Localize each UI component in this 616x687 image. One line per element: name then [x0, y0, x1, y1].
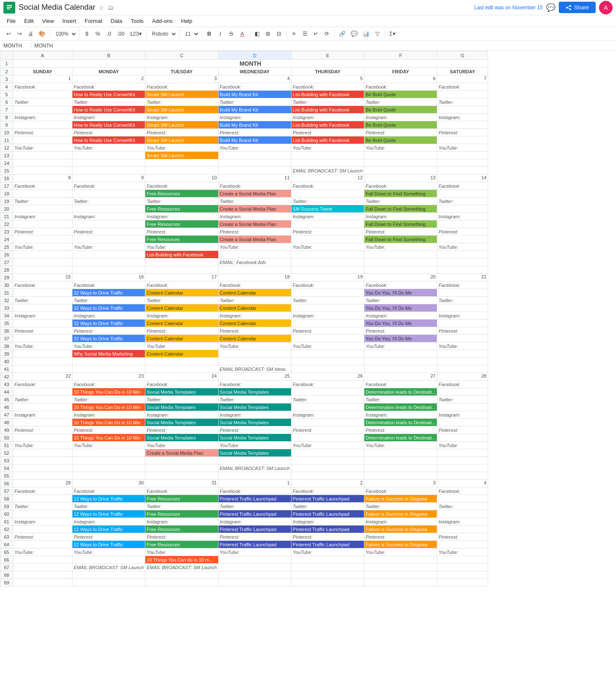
cell-69f[interactable] — [364, 579, 437, 587]
cell-53e[interactable] — [291, 457, 364, 464]
cell-65g[interactable]: YouTube: — [437, 548, 488, 556]
cell-68d[interactable] — [218, 571, 291, 579]
cell-65a[interactable]: YouTube: — [13, 548, 72, 556]
cell-49f[interactable]: Pinterest: — [364, 426, 437, 434]
cell-63a[interactable]: Pinterest: — [13, 533, 72, 541]
cell-32f[interactable]: Twitter: — [364, 297, 437, 304]
user-avatar[interactable]: A — [599, 1, 613, 14]
cell-46a[interactable] — [13, 403, 72, 411]
cell-42a[interactable]: 22 — [13, 373, 72, 381]
cell-23f[interactable]: Pinterest: — [364, 228, 437, 236]
cell-65f[interactable]: YouTube: — [364, 548, 437, 556]
cell-30f[interactable]: Facebook: — [364, 281, 437, 289]
cell-25c[interactable]: YouTube: — [145, 243, 218, 251]
cell-32g[interactable]: Twitter: — [437, 297, 488, 304]
cell-47g[interactable]: Instagram: — [437, 411, 488, 419]
cell-55f[interactable] — [364, 472, 437, 480]
cell-28g[interactable] — [437, 266, 488, 274]
cell-10a[interactable]: Pinterest: — [13, 129, 72, 136]
cell-55e[interactable] — [291, 472, 364, 480]
cell-28f[interactable] — [364, 266, 437, 274]
cell-16g[interactable]: 14 — [437, 175, 488, 182]
cell-57b[interactable]: Facebook: — [72, 487, 145, 495]
cell-24a[interactable] — [13, 236, 72, 243]
cell-5a[interactable] — [13, 91, 72, 98]
cell-24g[interactable] — [437, 236, 488, 243]
cell-29g[interactable]: 21 — [437, 274, 488, 281]
cell-10b[interactable]: Pinterest: — [72, 129, 145, 136]
cell-43c[interactable]: Facebook: — [145, 381, 218, 388]
cell-19a[interactable]: Twitter: — [13, 197, 72, 205]
cell-20g[interactable] — [437, 205, 488, 213]
cell-thursday[interactable]: THURSDAY — [291, 68, 364, 75]
menu-tools[interactable]: Tools — [127, 17, 147, 25]
cell-36a[interactable]: Pinterest: — [13, 327, 72, 335]
cell-64b[interactable]: 12 Ways to Drive Traffic — [72, 541, 145, 548]
cell-16a[interactable]: 8 — [13, 175, 72, 182]
cell-60c[interactable]: Free Resources — [145, 510, 218, 518]
cell-19d[interactable]: Twitter: — [218, 197, 291, 205]
cell-45c[interactable]: Twitter: — [145, 396, 218, 403]
cell-43b[interactable]: Facebook: — [72, 381, 145, 388]
chart-button[interactable]: 📊 — [361, 28, 372, 39]
cell-24d[interactable]: Create a Social Media Plan — [218, 236, 291, 243]
cell-32c[interactable]: Twitter: — [145, 297, 218, 304]
link-button[interactable]: 🔗 — [337, 28, 348, 39]
cell-12c[interactable]: YouTube: — [145, 144, 218, 152]
cell-56a[interactable]: 29 — [13, 480, 72, 487]
share-button[interactable]: Share — [559, 2, 596, 13]
cell-67g[interactable] — [437, 564, 488, 571]
cell-53c[interactable] — [145, 457, 218, 464]
star-icon[interactable]: ☆ — [99, 4, 104, 11]
cell-54c[interactable] — [145, 464, 218, 472]
cell-18c[interactable]: Free Resources — [145, 190, 218, 197]
cell-44g[interactable] — [437, 388, 488, 396]
cell-45d[interactable]: Twitter: — [218, 396, 291, 403]
cell-56g[interactable]: 4 — [437, 480, 488, 487]
cell-52a[interactable] — [13, 449, 72, 457]
cell-33c[interactable]: Content Calendar — [145, 304, 218, 312]
cell-54b[interactable] — [72, 464, 145, 472]
cell-48c[interactable]: Social Media Templates — [145, 419, 218, 426]
cell-32a[interactable]: Twitter: — [13, 297, 72, 304]
cell-friday[interactable]: FRIDAY — [364, 68, 437, 75]
cell-44d[interactable]: Social Media Templates — [218, 388, 291, 396]
cell-17d[interactable]: Facebook: — [218, 182, 291, 190]
cell-69a[interactable] — [13, 579, 72, 587]
cell-26c[interactable]: List-Building with Facebook — [145, 251, 218, 259]
cell-62a[interactable] — [13, 526, 72, 533]
cell-20b[interactable] — [72, 205, 145, 213]
cell-monday[interactable]: MONDAY — [72, 68, 145, 75]
cell-68a[interactable] — [13, 571, 72, 579]
cell-7f[interactable]: Be Bold Quote — [364, 106, 437, 114]
menu-file[interactable]: File — [3, 17, 19, 25]
cell-59c[interactable]: Twitter: — [145, 503, 218, 510]
cell-18a[interactable] — [13, 190, 72, 197]
cell-61e[interactable]: Instagram: — [291, 518, 364, 526]
cell-49c[interactable]: Pinterest: — [145, 426, 218, 434]
fill-color-button[interactable]: ◧ — [252, 28, 262, 39]
cell-19c[interactable]: Twitter: — [145, 197, 218, 205]
menu-data[interactable]: Data — [107, 17, 125, 25]
zoom-select[interactable]: 100% — [52, 30, 77, 38]
cell-59g[interactable]: Twitter: — [437, 503, 488, 510]
cell-35b[interactable]: 32 Ways to Drive Traffic — [72, 320, 145, 327]
cell-23e[interactable]: Pinterest: — [291, 228, 364, 236]
cell-6g[interactable]: Twitter: — [437, 98, 488, 106]
cell-16b[interactable]: 9 — [72, 175, 145, 182]
cell-29d[interactable]: 18 — [218, 274, 291, 281]
cell-48a[interactable] — [13, 419, 72, 426]
cell-12g[interactable]: YouTube: — [437, 144, 488, 152]
cell-13d[interactable] — [218, 152, 291, 159]
borders-button[interactable]: ⊞ — [263, 28, 273, 39]
cell-20c[interactable]: Free Resources — [145, 205, 218, 213]
cell-46e[interactable] — [291, 403, 364, 411]
align-center-button[interactable]: ☰ — [300, 28, 310, 39]
cell-36f[interactable]: Pinterest: — [364, 327, 437, 335]
cell-51c[interactable]: YouTube: — [145, 442, 218, 449]
cell-39a[interactable] — [13, 350, 72, 358]
menu-edit[interactable]: Edit — [21, 17, 37, 25]
cell-4g[interactable]: Facebook: — [437, 83, 488, 91]
cell-5f[interactable]: Be Bold Quote — [364, 91, 437, 98]
strikethrough-button[interactable]: S — [226, 28, 236, 39]
